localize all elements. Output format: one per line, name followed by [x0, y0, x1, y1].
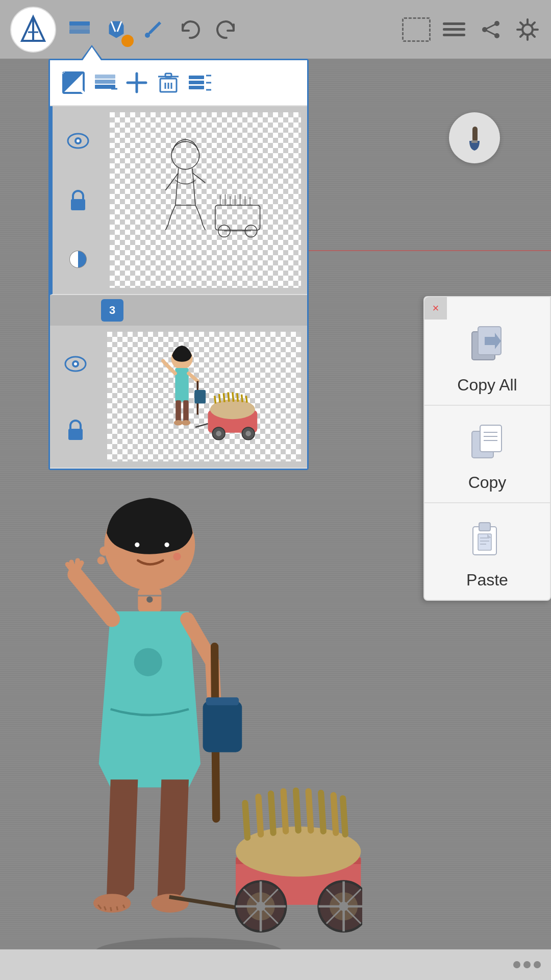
- svg-line-115: [309, 791, 311, 830]
- svg-rect-59: [175, 368, 188, 402]
- layer-2-controls: [50, 326, 101, 468]
- share-button[interactable]: [478, 16, 504, 43]
- layer-2-visibility[interactable]: [64, 353, 87, 375]
- paint-drop: [121, 35, 134, 47]
- lock-icon: [69, 189, 87, 211]
- paste-svg: [467, 518, 508, 558]
- copy-all-svg: [467, 323, 508, 363]
- svg-line-73: [237, 393, 238, 402]
- add-layer-button[interactable]: [123, 69, 150, 96]
- brush-icon: [459, 122, 490, 153]
- svg-line-104: [117, 906, 118, 911]
- paste-menu-item[interactable]: Paste: [424, 503, 550, 600]
- settings-button[interactable]: [514, 16, 541, 43]
- layers-button[interactable]: [66, 16, 93, 43]
- svg-rect-57: [68, 429, 83, 440]
- svg-rect-18: [95, 75, 115, 79]
- svg-line-75: [246, 396, 247, 402]
- delete-layer-button[interactable]: [155, 69, 182, 96]
- svg-line-70: [223, 393, 224, 402]
- layer-1-controls: [53, 106, 104, 294]
- menu-button[interactable]: [441, 16, 467, 43]
- paste-icon: [467, 518, 508, 565]
- logo[interactable]: [10, 7, 56, 53]
- svg-line-14: [485, 30, 497, 36]
- bottom-dot-1: [513, 961, 520, 968]
- copy-label: Copy: [468, 473, 507, 492]
- svg-rect-136: [480, 425, 502, 452]
- svg-line-112: [271, 794, 273, 833]
- brush-float-button[interactable]: [449, 112, 500, 163]
- svg-point-77: [216, 431, 221, 436]
- svg-line-110: [245, 803, 247, 837]
- svg-line-113: [284, 791, 286, 831]
- undo-button[interactable]: [177, 16, 203, 43]
- svg-rect-38: [71, 199, 85, 210]
- bottom-dots: [513, 961, 541, 968]
- menu-icon: [441, 17, 467, 42]
- svg-point-99: [93, 894, 131, 913]
- svg-rect-61: [183, 400, 189, 423]
- paste-label: Paste: [466, 571, 508, 590]
- context-menu-close[interactable]: ×: [424, 297, 447, 320]
- layer-stack-icon: [93, 70, 117, 95]
- svg-rect-7: [443, 22, 465, 25]
- layer-1-visibility[interactable]: [67, 130, 89, 152]
- svg-rect-29: [189, 76, 204, 79]
- svg-rect-3: [69, 26, 90, 30]
- paint-bucket-button[interactable]: [103, 16, 130, 43]
- layers-panel-toolbar: [50, 60, 307, 106]
- context-menu: × Copy All Copy: [423, 296, 551, 601]
- svg-point-56: [74, 362, 77, 365]
- eye-icon-2: [64, 355, 87, 373]
- svg-rect-8: [443, 28, 465, 31]
- eye-icon: [67, 132, 89, 150]
- toolbar-right: [402, 16, 541, 43]
- copy-menu-item[interactable]: Copy: [424, 406, 550, 503]
- svg-line-114: [296, 791, 298, 830]
- layer-1-lock[interactable]: [67, 189, 89, 211]
- layer-2-lock[interactable]: [64, 419, 87, 441]
- layer-row-1[interactable]: [50, 106, 307, 295]
- layer-1-thumbnail: [110, 112, 301, 288]
- select-layer-button[interactable]: [60, 69, 87, 96]
- redo-icon: [214, 17, 239, 42]
- svg-point-6: [145, 33, 150, 38]
- layer-row-2[interactable]: [50, 326, 307, 469]
- select-layer-icon: [61, 70, 86, 95]
- svg-line-80: [195, 424, 208, 427]
- copy-svg: [467, 420, 508, 461]
- eyedropper-button[interactable]: [140, 16, 166, 43]
- svg-rect-25: [165, 74, 171, 77]
- layer-1-sketch: [124, 126, 287, 275]
- svg-rect-31: [189, 86, 204, 89]
- svg-rect-141: [479, 523, 490, 531]
- svg-line-117: [334, 795, 336, 833]
- svg-line-74: [241, 395, 242, 402]
- layer-1-opacity[interactable]: [67, 248, 89, 271]
- svg-rect-9: [443, 34, 465, 36]
- svg-line-111: [258, 797, 261, 835]
- svg-rect-4: [69, 30, 90, 34]
- svg-rect-30: [189, 81, 204, 84]
- bottom-dot-2: [523, 961, 531, 968]
- layer-options-button[interactable]: [187, 69, 213, 96]
- redo-button[interactable]: [213, 16, 240, 43]
- svg-rect-98: [206, 697, 239, 705]
- copy-icon: [467, 420, 508, 467]
- svg-line-41: [166, 225, 168, 230]
- svg-rect-65: [194, 390, 206, 403]
- svg-point-87: [135, 543, 139, 547]
- settings-icon: [514, 16, 541, 43]
- select-tool-button[interactable]: [402, 17, 431, 42]
- layer-badge-3: 3: [101, 299, 123, 322]
- layers-icon: [67, 17, 92, 42]
- layer-stack-button[interactable]: [92, 69, 118, 96]
- delete-layer-icon: [157, 71, 180, 94]
- svg-line-68: [214, 396, 215, 403]
- bottom-bar: [0, 949, 551, 980]
- svg-point-90: [99, 546, 109, 555]
- bottom-dot-3: [534, 961, 541, 968]
- copy-all-icon: [467, 323, 508, 370]
- lock-icon-2: [66, 419, 85, 441]
